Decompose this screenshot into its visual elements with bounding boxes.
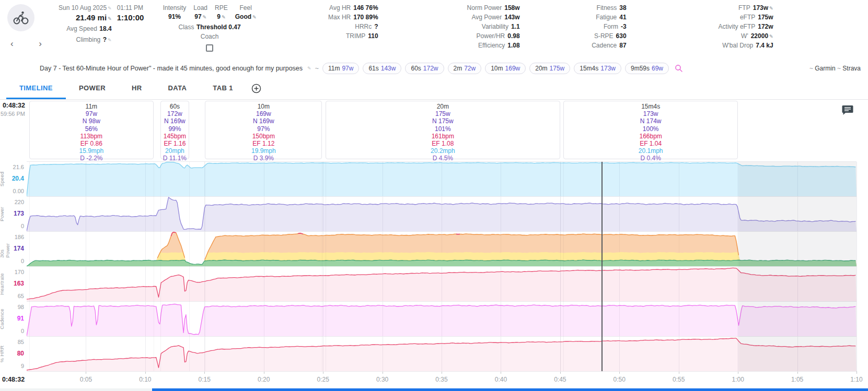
tab-hr[interactable]: HR [119,77,155,99]
x-tick-label: 0:15 [199,376,211,383]
prev-activity-button[interactable]: ‹ [10,41,14,47]
edit-icon[interactable]: ✎ [222,15,226,20]
coach-checkbox[interactable] [206,44,213,52]
ftp-value[interactable]: 173w✎ [753,4,773,11]
x-tick-label: 0:55 [673,376,685,383]
edit-icon[interactable]: ✎ [307,66,311,71]
x-tick-label: 0:50 [614,376,626,383]
edit-icon[interactable]: ✎ [769,6,773,11]
interval-boundary [189,162,190,371]
heartrate-axis: Heartrate 170 163 65 [0,266,27,301]
interval-box-60s[interactable]: 60s 172w N 169w 99% 145bpm EF 1.16 20mph… [160,101,190,159]
ftp-stats: FTP173w✎ eFTP175w Activity eFTP172w W'22… [661,4,773,61]
w-prime-value[interactable]: 22000✎ [751,32,773,40]
search-icon[interactable] [675,64,683,73]
hr-stats: Avg HR146 76% Max HR170 89% HRRc? TRIMP1… [287,4,378,61]
activity-distance[interactable]: 21.49 mi✎ [59,13,112,22]
hrr-axis: % HRR 85 80 9 [0,336,27,371]
chart-gutter: 0:48:32 59:56 PM Speed 21.6 20.4 0.00 Po… [0,100,27,390]
interval-boundary [560,162,561,371]
interval-box-15m4s[interactable]: 15m4s 173w N 174w 100% 166bpm EF 1.04 20… [563,101,737,159]
cadence-lane[interactable] [27,302,857,337]
interval-chip-1[interactable]: 11m97w [322,63,359,74]
x-tick-label: 0:30 [376,376,388,383]
interval-chip-5[interactable]: 10m169w [485,63,526,74]
intensity-value: 91% [163,13,187,20]
garmin-link[interactable]: Garmin [815,65,835,72]
unselected-region-shade [739,162,857,371]
x-tick-label: 1:00 [732,376,744,383]
interval-chip-4[interactable]: 2m72w [448,63,482,74]
strava-link[interactable]: Strava [842,65,861,72]
interval-boundary [160,162,161,371]
interval-boundary [322,162,322,371]
next-activity-button[interactable]: › [39,41,42,47]
axis-tick [857,371,857,374]
x-tick-label: 0:25 [317,376,329,383]
timeline-chart: 0:48:32 59:56 PM Speed 21.6 20.4 0.00 Po… [0,100,868,390]
interval-boundary [563,162,564,371]
rpe-value[interactable]: 9✎ [215,13,228,20]
tab-timeline[interactable]: TIMELINE [6,77,66,99]
intensity-label: Intensity [163,4,187,11]
load-label: Load [193,4,207,11]
feel-value[interactable]: Good✎ [235,13,257,20]
effort-stats: Intensity Load RPE Feel 91% 97✎ 9✎ Good✎… [163,4,257,61]
edit-icon[interactable]: ✎ [252,15,257,20]
interval-annotations: 11m 97w N 98w 56% 113bpm EF 0.86 15.9mph… [27,100,857,161]
data-sources: ~ Garmin ~ Strava [809,65,861,72]
x-tick-label: 1:05 [791,376,803,383]
tab-data[interactable]: DATA [155,77,200,99]
plot-area[interactable]: 11m 97w N 98w 56% 113bpm EF 0.86 15.9mph… [27,100,857,390]
tab-power[interactable]: POWER [66,77,119,99]
axis-cursor-label: 0:48:32 [2,376,25,383]
x-tick-label: 1:10 [850,376,862,383]
climbing-row[interactable]: Climbing ?✎ [59,34,112,44]
tab-tab1[interactable]: TAB 1 [200,77,246,99]
edit-icon[interactable]: ✎ [203,15,207,20]
power30s-axis: 30s Power 186 174 0 [0,231,27,266]
interval-box-11m[interactable]: 11m 97w N 98w 56% 113bpm EF 0.86 15.9mph… [29,101,154,159]
cadence-axis: Cadence 98 91 0 [0,301,27,336]
activity-type-avatar[interactable] [7,4,34,31]
interval-chip-7[interactable]: 15m4s173w [574,63,621,74]
edit-icon[interactable]: ✎ [108,38,112,43]
interval-chip-3[interactable]: 60s172w [405,63,444,74]
time-axis: 0:48:32 0:050:100:150:200:250:300:350:40… [27,371,857,389]
horizontal-scrollbar[interactable] [152,388,868,391]
hrr-lane[interactable] [27,337,857,372]
activity-date[interactable]: Sun 10 Aug 2025✎ [59,4,112,11]
cyclist-icon [13,10,29,25]
rpe-label: RPE [215,4,228,11]
chart-lanes[interactable] [27,161,857,371]
heartrate-lane[interactable] [27,267,857,302]
scrollbar-track [0,388,868,391]
avg-speed-row: Avg Speed 18.4 [59,23,112,33]
power30s-lane[interactable] [27,232,857,267]
x-tick-label: 0:45 [554,376,566,383]
separator: ~ [315,65,319,72]
edit-icon[interactable]: ✎ [108,6,112,11]
power-lane[interactable] [27,197,857,232]
load-value[interactable]: 97✎ [193,13,207,20]
edit-icon[interactable]: ✎ [769,34,773,39]
interval-box-10m[interactable]: 10m 169w N 169w 97% 150bpm EF 1.12 19.9m… [205,101,322,159]
interval-chip-2[interactable]: 61s143w [363,63,401,74]
chart-cursor-line [601,162,603,371]
chart-tabs: TIMELINE POWER HR DATA TAB 1 [0,77,868,100]
activity-duration: 1:10:00 [117,13,149,22]
interval-box-20m[interactable]: 20m 175w N 175w 101% 161bpm EF 1.08 20.2… [326,101,560,159]
feel-label: Feel [235,4,257,11]
interval-chip-8[interactable]: 9m59s69w [625,63,669,74]
power-axis: Power 220 173 0 [0,196,27,231]
comment-icon[interactable] [842,105,853,117]
interval-chip-6[interactable]: 20m175w [529,63,570,74]
activity-description[interactable]: Day 7 - Test 60-Minute Hour of Power" - … [40,65,303,72]
add-tab-button[interactable] [251,84,261,93]
activity-header: ‹ › Sun 10 Aug 2025✎ 01:11 PM 21.49 mi✎ … [0,0,868,61]
speed-lane[interactable] [27,162,857,197]
description-row: Day 7 - Test 60-Minute Hour of Power" - … [0,61,868,77]
edit-icon[interactable]: ✎ [108,16,112,21]
activity-start-time: 01:11 PM [117,4,149,11]
interval-boundary [326,162,326,371]
